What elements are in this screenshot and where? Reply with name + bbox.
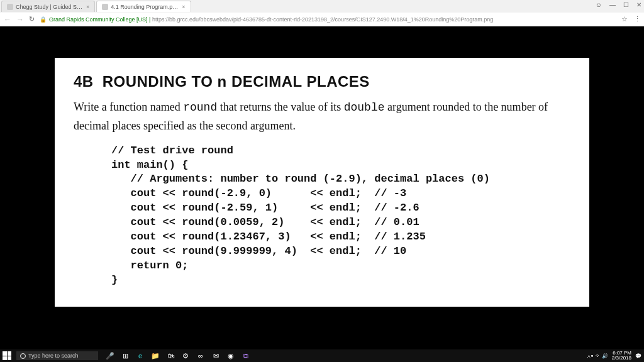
- bookmark-icon[interactable]: ☆: [621, 15, 628, 23]
- edge-icon[interactable]: e: [136, 351, 145, 360]
- menu-button[interactable]: ⋮: [634, 15, 640, 23]
- system-tray[interactable]: ∧ ⌨ ᯤ 🔊 6:07 PM 2/3/2018 💬: [587, 351, 641, 361]
- code-block: // Test drive round int main() { // Argu…: [111, 144, 570, 288]
- body-paragraph: Write a function named round that return…: [74, 98, 570, 135]
- search-placeholder: Type here to search: [28, 353, 79, 359]
- url-display[interactable]: Grand Rapids Community College [US] | ht…: [49, 16, 493, 23]
- mail-icon[interactable]: ✉: [211, 351, 220, 360]
- back-button[interactable]: ←: [4, 15, 11, 24]
- tray-icons[interactable]: ∧ ⌨ ᯤ 🔊: [587, 353, 608, 359]
- tab-chegg[interactable]: Chegg Study | Guided S… ×: [1, 1, 95, 12]
- taskbar: Type here to search 🎤 ⊞ e 📁 🛍 ⚙ ∞ ✉ ◉ ⧉ …: [0, 349, 644, 362]
- page-image: 4BROUNDING TO n DECIMAL PLACES Write a f…: [55, 58, 589, 307]
- tab-label: Chegg Study | Guided S…: [16, 4, 82, 10]
- cortana-icon: [20, 353, 26, 359]
- store-icon[interactable]: 🛍: [166, 351, 175, 360]
- taskview-icon[interactable]: ⊞: [121, 351, 130, 360]
- window-controls: ☺ — ☐ ✕: [596, 1, 641, 8]
- reload-button[interactable]: ↻: [29, 15, 35, 23]
- taskbar-pinned: 🎤 ⊞ e 📁 🛍 ⚙ ∞ ✉ ◉ ⧉: [106, 351, 250, 360]
- start-button[interactable]: [3, 351, 11, 360]
- close-icon[interactable]: ×: [182, 4, 185, 10]
- user-icon[interactable]: ☺: [596, 1, 602, 8]
- vs-icon[interactable]: ⧉: [242, 351, 250, 360]
- clock[interactable]: 6:07 PM 2/3/2018: [612, 351, 631, 361]
- tab-label: 4.1 Rounding Program.p…: [111, 4, 178, 10]
- favicon-file: [102, 4, 108, 10]
- maximize-button[interactable]: ☐: [623, 1, 629, 8]
- url-bar: ← → ↻ 🔒 Grand Rapids Community College […: [0, 13, 644, 26]
- chrome-icon[interactable]: ◉: [226, 351, 235, 360]
- content-viewport: 4BROUNDING TO n DECIMAL PLACES Write a f…: [0, 26, 644, 349]
- close-icon[interactable]: ×: [86, 4, 89, 10]
- close-button[interactable]: ✕: [636, 1, 641, 8]
- minimize-button[interactable]: —: [609, 1, 616, 8]
- notification-icon[interactable]: 💬: [635, 353, 641, 359]
- browser-tab-strip: Chegg Study | Guided S… × 4.1 Rounding P…: [0, 0, 644, 13]
- lock-icon: 🔒: [40, 16, 47, 23]
- taskbar-search[interactable]: Type here to search: [16, 351, 98, 360]
- url-host: Grand Rapids Community College [US]: [49, 16, 148, 23]
- favicon-chegg: [7, 4, 13, 10]
- settings-icon[interactable]: ⚙: [181, 351, 190, 360]
- mic-icon[interactable]: 🎤: [106, 351, 114, 360]
- infinity-icon[interactable]: ∞: [196, 351, 205, 360]
- section-number: 4B: [74, 73, 94, 90]
- section-heading: 4BROUNDING TO n DECIMAL PLACES: [74, 73, 570, 90]
- explorer-icon[interactable]: 📁: [151, 351, 160, 360]
- forward-button[interactable]: →: [16, 15, 24, 24]
- tab-rounding[interactable]: 4.1 Rounding Program.p… ×: [96, 1, 191, 12]
